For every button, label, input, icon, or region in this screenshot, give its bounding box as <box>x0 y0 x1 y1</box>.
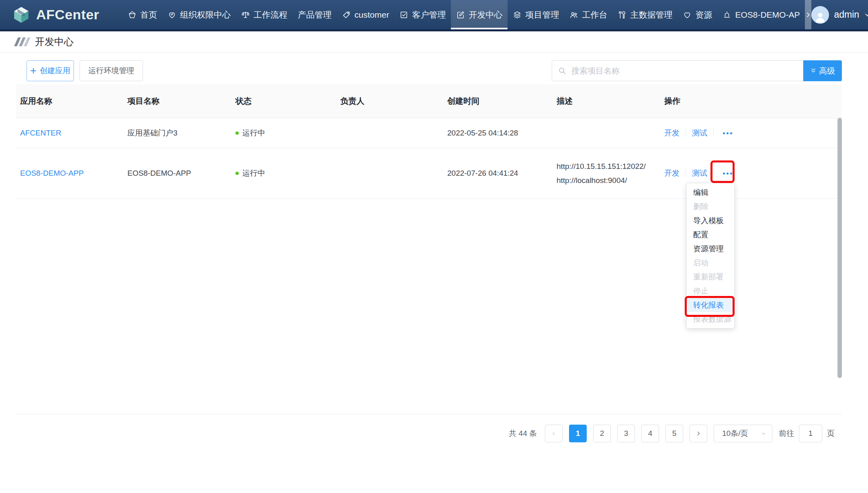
search-box <box>552 60 803 81</box>
chevron-down-icon <box>761 431 766 436</box>
search-input[interactable] <box>571 66 797 76</box>
search-group: 高级 <box>552 60 842 81</box>
nav-item-label: 产品管理 <box>298 9 332 21</box>
nav-item-label: 工作台 <box>582 9 607 21</box>
brand[interactable]: AFCenter <box>0 0 99 29</box>
nav-item-resource[interactable]: 资源 <box>678 0 717 29</box>
page-button-2[interactable]: 2 <box>593 425 611 442</box>
menu-item-resource-mgmt[interactable]: 资源管理 <box>687 242 734 256</box>
nav-item-label: customer <box>354 10 389 20</box>
status-cell: 运行中 <box>235 128 340 138</box>
nav-item-label: 资源 <box>695 9 712 21</box>
active-tab-underline <box>451 28 508 29</box>
workbench-icon <box>569 10 578 19</box>
double-chevron-down-icon <box>810 68 817 74</box>
nav-item-customer[interactable]: customer <box>337 0 394 29</box>
prev-page-button[interactable] <box>545 425 563 442</box>
menu-item-redeploy: 重新部署 <box>687 270 734 284</box>
nav-item-workbench[interactable]: 工作台 <box>564 0 612 29</box>
env-mgmt-button[interactable]: 运行环境管理 <box>80 60 143 81</box>
page-button-5[interactable]: 5 <box>665 425 683 442</box>
action-separator <box>686 129 686 137</box>
menu-item-import-template[interactable]: 导入模板 <box>687 214 734 228</box>
project-name-cell: EOS8-DEMO-APP <box>127 169 235 178</box>
goto-page-group: 前往 页 <box>779 425 835 442</box>
page-button-1[interactable]: 1 <box>569 425 587 442</box>
menu-item-configure[interactable]: 配置 <box>687 228 734 242</box>
main-nav: 首页 组织权限中心 工作流程 产品管理 customer 客户管理 <box>123 0 805 29</box>
desc-cell: http://10.15.15.151:12022/ http://localh… <box>557 159 647 187</box>
menu-item-conversion-report[interactable]: 转化报表 <box>687 298 734 312</box>
page-button-4[interactable]: 4 <box>641 425 659 442</box>
tag-icon <box>342 10 351 19</box>
customer-check-icon <box>399 10 408 19</box>
app-name-link[interactable]: AFCENTER <box>20 129 61 137</box>
more-actions-icon[interactable] <box>720 130 735 137</box>
nav-item-master-data[interactable]: 主数据管理 <box>612 0 678 29</box>
create-app-label: 创建应用 <box>40 66 70 76</box>
search-icon <box>558 66 567 75</box>
next-page-button[interactable] <box>690 425 707 442</box>
vertical-scrollbar[interactable] <box>837 118 842 378</box>
dev-action-link[interactable]: 开发 <box>664 128 680 138</box>
action-separator <box>713 169 714 177</box>
user-menu[interactable]: admin <box>811 0 868 29</box>
workflow-icon <box>241 10 250 19</box>
created-cell: 2022-05-25 04:14:28 <box>447 129 557 138</box>
nav-item-label: 主数据管理 <box>630 9 672 21</box>
page-size-select[interactable]: 10条/页 <box>714 425 772 442</box>
nav-item-project-mgmt[interactable]: 项目管理 <box>508 0 564 29</box>
nav-item-home[interactable]: 首页 <box>123 0 162 29</box>
nav-item-eos8-demo-app[interactable]: EOS8-DEMO-AP <box>717 0 805 29</box>
menu-item-delete: 删除 <box>687 199 734 214</box>
actions-cell: 开发 测试 <box>664 128 842 138</box>
created-cell: 2022-07-26 04:41:24 <box>447 169 557 178</box>
nav-item-label: 首页 <box>140 9 157 21</box>
create-app-button[interactable]: 创建应用 <box>27 60 74 81</box>
nav-scroll-right-button[interactable] <box>805 0 811 29</box>
actions-cell: 开发 测试 <box>664 168 842 179</box>
menu-item-report-datasource: 报表数据源 <box>687 312 734 326</box>
home-icon <box>128 10 137 19</box>
person-icon <box>813 10 827 24</box>
status-cell: 运行中 <box>235 168 340 179</box>
more-actions-icon[interactable] <box>720 170 735 177</box>
menu-item-edit[interactable]: 编辑 <box>687 185 734 199</box>
heart-icon <box>683 10 692 19</box>
nav-item-label: 开发中心 <box>469 9 502 21</box>
edit-square-icon <box>456 10 465 19</box>
action-separator <box>686 169 686 177</box>
nav-item-org-permission[interactable]: 组织权限中心 <box>162 0 236 29</box>
table-row: AFCENTER 应用基础门户3 运行中 2022-05-25 04:14:28… <box>16 118 842 148</box>
master-data-icon <box>618 10 626 19</box>
col-header-actions: 操作 <box>664 96 842 107</box>
col-header-owner: 负责人 <box>340 96 447 107</box>
alarm-icon <box>723 10 731 19</box>
brand-title: AFCenter <box>36 7 99 23</box>
dev-action-link[interactable]: 开发 <box>664 168 680 179</box>
goto-page-input[interactable] <box>799 425 822 442</box>
chevron-right-icon <box>805 12 811 18</box>
test-action-link[interactable]: 测试 <box>692 128 707 138</box>
test-action-link[interactable]: 测试 <box>692 168 707 179</box>
nav-item-label: 工作流程 <box>254 9 287 21</box>
col-header-desc: 描述 <box>557 96 664 107</box>
plus-icon <box>30 68 37 74</box>
avatar <box>811 6 829 24</box>
afcenter-logo-icon <box>12 6 31 24</box>
page-unit-label: 页 <box>827 428 835 439</box>
status-text: 运行中 <box>242 128 265 138</box>
nav-item-label: 组织权限中心 <box>180 9 231 21</box>
nav-item-workflow[interactable]: 工作流程 <box>236 0 293 29</box>
status-dot <box>235 131 239 135</box>
nav-item-product-mgmt[interactable]: 产品管理 <box>293 0 337 29</box>
nav-item-customer-mgmt[interactable]: 客户管理 <box>394 0 451 29</box>
top-navbar: AFCenter 首页 组织权限中心 工作流程 产品管理 customer <box>0 0 868 31</box>
advanced-label: 高级 <box>819 66 835 76</box>
chevron-down-icon <box>864 11 868 18</box>
advanced-search-button[interactable]: 高级 <box>803 60 842 81</box>
page-button-3[interactable]: 3 <box>617 425 635 442</box>
nav-item-label: EOS8-DEMO-AP <box>735 10 800 20</box>
nav-item-dev-center[interactable]: 开发中心 <box>451 0 508 29</box>
app-name-link[interactable]: EOS8-DEMO-APP <box>20 169 84 177</box>
